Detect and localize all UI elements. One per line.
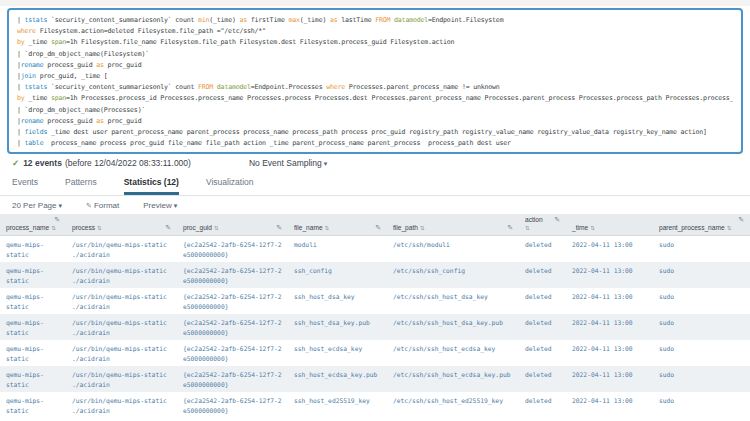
- cell-proc_guid[interactable]: {ec2a2542-2afb-6254-12f7-2e5000000000}: [177, 340, 288, 366]
- cell-file_name[interactable]: ssh_host_dsa_key: [288, 288, 387, 314]
- column-label: _time: [572, 224, 588, 232]
- cell-file_path[interactable]: /etc/ssh/ssh_host_ecdsa_key: [387, 340, 519, 366]
- cell-file_name[interactable]: ssh_host_dsa_key.pub: [288, 314, 387, 340]
- cell-file_name[interactable]: ssh_host_ecdsa_key.pub: [288, 366, 387, 392]
- cell-file_name[interactable]: ssh_config: [288, 262, 387, 288]
- cell-process_name[interactable]: qemu-mips-static: [0, 262, 66, 288]
- cell-process_name[interactable]: qemu-mips-static: [0, 314, 66, 340]
- column-label: process: [72, 224, 95, 232]
- column-header-proc_guid[interactable]: proc_guid⇅✎: [177, 214, 288, 236]
- column-header-process[interactable]: process⇅✎: [66, 214, 177, 236]
- cell-process_name[interactable]: qemu-mips-static: [0, 236, 66, 263]
- cell-_time[interactable]: 2022-04-11 13:00: [566, 314, 653, 340]
- query-line: |rename process_guid as proc_guid: [17, 116, 733, 127]
- cell-parent_process_name[interactable]: sudo: [653, 366, 750, 392]
- cell-process[interactable]: /usr/bin/qemu-mips-static ./acidrain: [66, 288, 177, 314]
- cell-process_name[interactable]: qemu-mips-static: [0, 340, 66, 366]
- cell-process_name[interactable]: qemu-mips-static: [0, 288, 66, 314]
- pencil-icon[interactable]: ✎: [554, 216, 560, 224]
- cell-parent_process_name[interactable]: sudo: [653, 392, 750, 418]
- search-bar[interactable]: | tstats `security_content_summariesonly…: [7, 8, 743, 154]
- cell-proc_guid[interactable]: {ec2a2542-2afb-6254-12f7-2e5000000000}: [177, 366, 288, 392]
- top-strip: [0, 0, 750, 6]
- cell-parent_process_name[interactable]: sudo: [653, 314, 750, 340]
- tab-statistics[interactable]: Statistics (12): [124, 177, 179, 195]
- cell-action[interactable]: deleted: [519, 236, 566, 263]
- query-line: by _time span=1h Filesystem.file_name Fi…: [17, 37, 733, 48]
- cell-file_path[interactable]: /etc/ssh/ssh_host_dsa_key: [387, 288, 519, 314]
- cell-action[interactable]: deleted: [519, 314, 566, 340]
- tab-events[interactable]: Events: [12, 177, 38, 195]
- preview-label: Preview: [143, 201, 171, 210]
- cell-parent_process_name[interactable]: sudo: [653, 288, 750, 314]
- cell-parent_process_name[interactable]: sudo: [653, 262, 750, 288]
- event-sampling-dropdown[interactable]: No Event Sampling▾: [249, 158, 327, 168]
- format-button[interactable]: ✎Format: [86, 201, 119, 210]
- cell-file_path[interactable]: /etc/ssh/ssh_host_ecdsa_key.pub: [387, 366, 519, 392]
- sort-icon[interactable]: ⇅: [51, 224, 56, 232]
- pencil-icon[interactable]: ✎: [375, 224, 381, 232]
- preview-dropdown[interactable]: Preview▾: [143, 201, 177, 210]
- sort-icon[interactable]: ⇅: [420, 224, 425, 232]
- cell-process[interactable]: /usr/bin/qemu-mips-static ./acidrain: [66, 262, 177, 288]
- column-header-file_path[interactable]: file_path⇅✎: [387, 214, 519, 236]
- pencil-icon[interactable]: ✎: [54, 216, 60, 224]
- cell-process_name[interactable]: qemu-mips-static: [0, 366, 66, 392]
- query-line: by _time span=1h Processes.process_id Pr…: [17, 93, 733, 104]
- cell-proc_guid[interactable]: {ec2a2542-2afb-6254-12f7-2e5000000000}: [177, 262, 288, 288]
- column-label: file_path: [393, 224, 418, 232]
- cell-action[interactable]: deleted: [519, 392, 566, 418]
- tab-patterns[interactable]: Patterns: [65, 177, 97, 195]
- pencil-icon[interactable]: ✎: [507, 224, 513, 232]
- sort-icon[interactable]: ⇅: [727, 224, 732, 232]
- pencil-icon[interactable]: ✎: [276, 224, 282, 232]
- cell-action[interactable]: deleted: [519, 288, 566, 314]
- column-header-action[interactable]: action✎⇅: [519, 214, 566, 236]
- sort-icon[interactable]: ⇅: [590, 224, 595, 232]
- query-line: where Filesystem.action=deleted Filesyst…: [17, 26, 733, 37]
- sort-icon[interactable]: ⇅: [525, 224, 530, 232]
- pencil-icon[interactable]: ✎: [738, 216, 744, 224]
- column-header-parent_process_name[interactable]: ✎parent_process_name⇅: [653, 214, 750, 236]
- cell-file_path[interactable]: /etc/ssh/ssh_host_dsa_key.pub: [387, 314, 519, 340]
- sort-icon[interactable]: ⇅: [97, 224, 102, 232]
- sort-icon[interactable]: ⇅: [214, 224, 219, 232]
- cell-_time[interactable]: 2022-04-11 13:00: [566, 366, 653, 392]
- cell-process[interactable]: /usr/bin/qemu-mips-static ./acidrain: [66, 236, 177, 263]
- cell-process_name[interactable]: qemu-mips-static: [0, 392, 66, 418]
- cell-process[interactable]: /usr/bin/qemu-mips-static ./acidrain: [66, 392, 177, 418]
- cell-process[interactable]: /usr/bin/qemu-mips-static ./acidrain: [66, 366, 177, 392]
- column-header-_time[interactable]: _time⇅: [566, 214, 653, 236]
- results-bar: ✓ 12 events (before 12/04/2022 08:33:11.…: [0, 154, 750, 171]
- cell-proc_guid[interactable]: {ec2a2542-2afb-6254-12f7-2e5000000000}: [177, 288, 288, 314]
- cell-action[interactable]: deleted: [519, 340, 566, 366]
- cell-proc_guid[interactable]: {ec2a2542-2afb-6254-12f7-2e5000000000}: [177, 236, 288, 263]
- tab-visualization[interactable]: Visualization: [206, 177, 254, 195]
- cell-file_path[interactable]: /etc/ssh/ssh_host_ed25519_key: [387, 392, 519, 418]
- cell-action[interactable]: deleted: [519, 366, 566, 392]
- column-header-file_name[interactable]: file_name⇅✎: [288, 214, 387, 236]
- cell-_time[interactable]: 2022-04-11 13:00: [566, 288, 653, 314]
- table-row: qemu-mips-static/usr/bin/qemu-mips-stati…: [0, 288, 750, 314]
- cell-process[interactable]: /usr/bin/qemu-mips-static ./acidrain: [66, 314, 177, 340]
- cell-file_name[interactable]: moduli: [288, 236, 387, 263]
- cell-proc_guid[interactable]: {ec2a2542-2afb-6254-12f7-2e5000000000}: [177, 392, 288, 418]
- per-page-dropdown[interactable]: 20 Per Page▾: [12, 201, 62, 210]
- cell-file_name[interactable]: ssh_host_ecdsa_key: [288, 340, 387, 366]
- cell-proc_guid[interactable]: {ec2a2542-2afb-6254-12f7-2e5000000000}: [177, 314, 288, 340]
- cell-_time[interactable]: 2022-04-11 13:00: [566, 236, 653, 263]
- column-header-process_name[interactable]: ✎process_name⇅: [0, 214, 66, 236]
- cell-process[interactable]: /usr/bin/qemu-mips-static ./acidrain: [66, 340, 177, 366]
- cell-action[interactable]: deleted: [519, 262, 566, 288]
- column-label: parent_process_name: [659, 224, 725, 232]
- cell-_time[interactable]: 2022-04-11 13:00: [566, 340, 653, 366]
- cell-file_name[interactable]: ssh_host_ed25519_key: [288, 392, 387, 418]
- cell-file_path[interactable]: /etc/ssh/moduli: [387, 236, 519, 263]
- sort-icon[interactable]: ⇅: [325, 224, 330, 232]
- cell-file_path[interactable]: /etc/ssh/ssh_config: [387, 262, 519, 288]
- cell-_time[interactable]: 2022-04-11 13:00: [566, 392, 653, 418]
- cell-_time[interactable]: 2022-04-11 13:00: [566, 262, 653, 288]
- cell-parent_process_name[interactable]: sudo: [653, 340, 750, 366]
- pencil-icon[interactable]: ✎: [165, 224, 171, 232]
- cell-parent_process_name[interactable]: sudo: [653, 236, 750, 263]
